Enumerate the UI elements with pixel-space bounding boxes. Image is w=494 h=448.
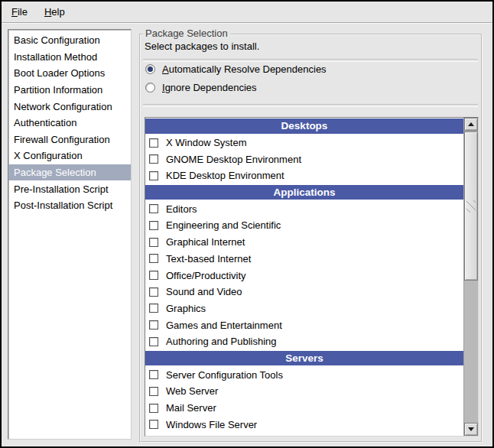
package-label: Web Server [166, 385, 218, 397]
package-row[interactable]: Text-based Internet [145, 251, 463, 268]
package-row[interactable]: KDE Desktop Environment [145, 167, 463, 184]
package-label: Mail Server [166, 402, 216, 414]
package-row[interactable]: X Window System [145, 135, 463, 151]
package-row[interactable]: GNOME Desktop Environment [145, 151, 463, 167]
package-label: KDE Desktop Environment [166, 170, 284, 181]
frame-title: Package Selection [143, 28, 230, 39]
package-row-partial[interactable] [145, 433, 463, 436]
sidebar-item-partition-information[interactable]: Partition Information [8, 82, 131, 99]
checkbox[interactable] [149, 337, 158, 346]
checkbox[interactable] [149, 154, 158, 164]
radio-label: Ignore Dependencies [162, 82, 257, 93]
sidebar-item-network-configuration[interactable]: Network Configuration [8, 98, 131, 115]
sidebar-item-pre-installation-script[interactable]: Pre-Installation Script [8, 180, 131, 197]
menu-help-mnemonic: H [44, 6, 51, 18]
sidebar-item-boot-loader-options[interactable]: Boot Loader Options [8, 65, 131, 82]
config-section-list: Basic Configuration Installation Method … [8, 29, 132, 440]
package-label: Windows File Server [166, 419, 257, 430]
radio-mnemonic: A [162, 63, 169, 75]
package-label: Games and Entertainment [166, 320, 282, 331]
separator [143, 59, 478, 62]
menu-file-mnemonic: F [11, 6, 18, 18]
package-label: Text-based Internet [166, 253, 251, 265]
checkbox[interactable] [149, 404, 158, 413]
package-label: Office/Productivity [166, 270, 246, 281]
package-row[interactable]: Server Configuration Tools [145, 366, 463, 383]
scroll-down-button[interactable] [464, 423, 478, 436]
sidebar-item-package-selection[interactable]: Package Selection [8, 164, 131, 181]
checkbox[interactable] [149, 221, 158, 230]
checkbox[interactable] [149, 238, 158, 247]
package-label: Graphics [166, 303, 206, 314]
checkbox[interactable] [149, 171, 158, 180]
instruction-text: Select packages to install. [145, 41, 259, 52]
separator [143, 104, 478, 107]
menubar: File Help [2, 2, 492, 23]
radio-label-rest: utomatically Resolve Dependencies [169, 63, 327, 75]
radio-label-rest: gnore Dependencies [165, 82, 257, 93]
sidebar-item-x-configuration[interactable]: X Configuration [8, 148, 131, 164]
menu-help[interactable]: Help [43, 5, 67, 19]
package-list-viewport: Desktops X Window System GNOME Desktop E… [145, 118, 463, 436]
kickstart-configurator-window: File Help Basic Configuration Installati… [0, 0, 494, 448]
menu-help-label: elp [51, 6, 64, 18]
scroll-up-icon [468, 122, 474, 126]
checkbox[interactable] [149, 370, 158, 379]
category-header-desktops: Desktops [145, 118, 463, 135]
category-header-label: Servers [285, 352, 323, 364]
scrollbar-thumb[interactable] [464, 131, 478, 281]
scroll-up-button[interactable] [464, 118, 478, 131]
package-row[interactable]: Mail Server [145, 400, 463, 417]
category-header-label: Desktops [281, 120, 328, 131]
scrollbar-grip-icon [466, 200, 476, 213]
scroll-down-icon [468, 427, 474, 431]
package-row[interactable]: Authoring and Publishing [145, 333, 463, 350]
package-label: Server Configuration Tools [166, 369, 283, 381]
package-label: Editors [166, 203, 197, 215]
sidebar-item-installation-method[interactable]: Installation Method [8, 49, 131, 66]
radio-auto-resolve-dependencies[interactable]: Automatically Resolve Dependencies [145, 63, 327, 76]
package-listbox: Desktops X Window System GNOME Desktop E… [145, 117, 479, 437]
package-label: Engineering and Scientific [166, 219, 281, 231]
checkbox[interactable] [149, 138, 158, 148]
sidebar-item-post-installation-script[interactable]: Post-Installation Script [8, 197, 131, 214]
radio-button-icon[interactable] [145, 83, 155, 93]
category-header-applications: Applications [145, 184, 463, 201]
radio-button-icon[interactable] [145, 64, 155, 74]
sidebar-item-authentication[interactable]: Authentication [8, 115, 131, 131]
radio-ignore-dependencies[interactable]: Ignore Dependencies [145, 81, 257, 94]
package-row[interactable]: Engineering and Scientific [145, 217, 463, 234]
package-label: Sound and Video [166, 286, 242, 297]
package-row[interactable]: Games and Entertainment [145, 317, 463, 333]
package-label: X Window System [166, 137, 246, 148]
package-selection-frame: Package Selection Select packages to ins… [139, 34, 482, 442]
package-row[interactable]: Editors [145, 200, 463, 217]
checkbox[interactable] [149, 387, 158, 396]
checkbox[interactable] [149, 254, 158, 263]
sidebar-item-firewall-configuration[interactable]: Firewall Configuration [8, 131, 131, 148]
package-label: GNOME Desktop Environment [166, 154, 301, 165]
package-label: Graphical Internet [166, 236, 245, 248]
checkbox[interactable] [149, 320, 158, 330]
checkbox[interactable] [149, 304, 158, 313]
package-row[interactable]: Web Server [145, 383, 463, 400]
radio-label: Automatically Resolve Dependencies [162, 63, 327, 75]
package-row[interactable]: Sound and Video [145, 284, 463, 300]
checkbox[interactable] [149, 271, 158, 280]
package-row[interactable]: Graphics [145, 300, 463, 317]
checkbox[interactable] [149, 204, 158, 213]
menu-file[interactable]: File [10, 5, 29, 19]
checkbox[interactable] [149, 287, 158, 297]
category-header-servers: Servers [145, 350, 463, 367]
package-label: Authoring and Publishing [166, 336, 277, 347]
vertical-scrollbar[interactable] [463, 118, 478, 436]
menu-file-label: ile [18, 6, 28, 18]
sidebar-item-basic-configuration[interactable]: Basic Configuration [8, 32, 131, 49]
checkbox[interactable] [149, 420, 158, 429]
category-header-label: Applications [273, 187, 335, 198]
package-row[interactable]: Office/Productivity [145, 267, 463, 284]
package-row[interactable]: Graphical Internet [145, 234, 463, 251]
package-row[interactable]: Windows File Server [145, 416, 463, 433]
